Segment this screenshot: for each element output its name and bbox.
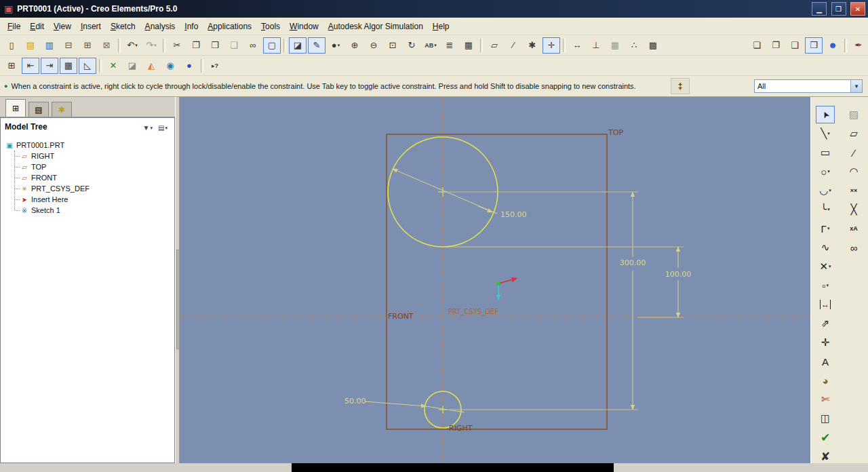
tree-item-top[interactable]: ▱TOP <box>10 161 174 172</box>
shade-closed-loops-icon[interactable]: ▩ <box>644 37 662 54</box>
undo-icon[interactable]: ↶▾ <box>123 37 141 54</box>
window-activate-icon[interactable]: ❒ <box>805 37 823 54</box>
flyout-arrow-icon[interactable]: ▾ <box>827 131 830 136</box>
flyout-arrow-icon[interactable]: ▾ <box>829 264 831 269</box>
conic-tool-icon[interactable]: ◠ <box>844 163 863 180</box>
grid-settings-icon[interactable]: ▦ <box>60 58 77 74</box>
graphics-area[interactable]: 150.00 300.00 100.00 50.00 TOP FRONT RIG… <box>180 97 810 463</box>
saved-views-icon[interactable]: AB▾ <box>422 37 439 54</box>
layers-icon[interactable]: ≣ <box>441 37 458 54</box>
dimension-tool-icon[interactable]: ↔ <box>816 296 835 313</box>
dim-150-leader[interactable] <box>393 169 497 214</box>
render-scene-icon[interactable]: ● <box>180 58 198 74</box>
text-tool-icon[interactable]: A <box>816 353 835 370</box>
tree-item-insert-here[interactable]: ➤Insert Here <box>10 194 174 205</box>
menu-edit[interactable]: Edit <box>25 20 49 33</box>
menu-autodesk-algor-simulation[interactable]: Autodesk Algor Simulation <box>323 20 428 33</box>
sketcher-diagnostics-icon[interactable]: ✒ <box>850 37 867 54</box>
mirror-tool-icon[interactable]: ◫ <box>816 410 835 427</box>
user-session-icon[interactable]: ☻ <box>824 37 842 54</box>
dim-100-value[interactable]: 100.00 <box>665 270 692 279</box>
datum-csys-icon[interactable]: ✛ <box>542 37 560 54</box>
menu-tools[interactable]: Tools <box>256 20 285 33</box>
zoom-out-icon[interactable]: ⊖ <box>365 37 382 54</box>
flyout-arrow-icon[interactable]: ▾ <box>338 43 340 48</box>
datum-axes-icon[interactable]: ∕ <box>505 37 522 54</box>
menu-window[interactable]: Window <box>285 20 323 33</box>
line-tool-icon[interactable]: ╲▾ <box>816 125 835 142</box>
print-icon[interactable]: ⊟ <box>60 37 77 54</box>
print-preview-icon[interactable]: ⊞ <box>79 37 96 54</box>
slanted-line-tool-icon[interactable]: ∕ <box>844 144 863 161</box>
fillet-tool-icon[interactable]: ╰▾ <box>816 201 835 218</box>
disp-dimensions-icon[interactable]: ↔ <box>568 37 586 54</box>
rectangle-tool-icon[interactable]: ▭ <box>816 144 835 161</box>
model-tree-toggle-icon[interactable]: ⊞ <box>3 58 20 74</box>
arc-tool-icon[interactable]: ◡▾ <box>816 182 835 199</box>
done-button-icon[interactable]: ✔ <box>816 429 835 446</box>
menu-info[interactable]: Info <box>180 20 203 33</box>
tree-item-right[interactable]: ▱RIGHT <box>10 151 174 161</box>
minimize-button[interactable]: ▁ <box>812 2 827 16</box>
sketch-view-icon[interactable]: ◪ <box>289 37 307 54</box>
window-cascade-icon[interactable]: ❏ <box>748 37 766 54</box>
csys-origin-icon[interactable] <box>497 282 500 286</box>
modify-tool-icon[interactable]: ⇗ <box>816 315 835 332</box>
spline-tool-icon[interactable]: ∿ <box>816 239 835 256</box>
menu-help[interactable]: Help <box>428 20 454 33</box>
paste-icon[interactable]: ❒ <box>206 37 224 54</box>
chamfer-tool-icon[interactable]: Γ▾ <box>816 220 835 237</box>
flyout-arrow-icon[interactable]: ▾ <box>827 226 830 231</box>
window-tile-icon[interactable]: ❐ <box>767 37 785 54</box>
flyout-arrow-icon[interactable]: ▾ <box>826 283 829 288</box>
sketch-setup-icon[interactable]: ✎ <box>308 37 326 54</box>
flyout-arrow-icon[interactable]: ▾ <box>829 188 831 193</box>
dim-300-value[interactable]: 300.00 <box>620 258 646 267</box>
redo-icon[interactable]: ↷▾ <box>142 37 160 54</box>
menu-view[interactable]: View <box>49 20 76 33</box>
dim-150-value[interactable]: 150.00 <box>500 210 527 219</box>
menu-sketch[interactable]: Sketch <box>106 20 140 33</box>
zoom-in-icon[interactable]: ⊕ <box>346 37 363 54</box>
circle-tool-icon[interactable]: ○▾ <box>816 163 835 180</box>
copy-icon[interactable]: ❐ <box>187 37 205 54</box>
tree-item-front[interactable]: ▱FRONT <box>10 172 174 183</box>
flyout-arrow-icon[interactable]: ▾ <box>434 43 437 48</box>
tree-filter-icon[interactable]: ▼▾ <box>140 123 155 133</box>
cut-icon[interactable]: ✂ <box>168 37 186 54</box>
render-settings-icon[interactable]: ◉ <box>161 58 179 74</box>
find-icon[interactable]: ∞ <box>244 37 262 54</box>
context-help-icon[interactable]: ▸? <box>206 58 224 74</box>
select-tool-icon[interactable]: ➤ <box>816 106 835 123</box>
datum-planes-icon[interactable]: ▱ <box>486 37 503 54</box>
favorites-tab[interactable]: ✱ <box>52 102 72 117</box>
flyout-arrow-icon[interactable]: ▾ <box>165 125 167 131</box>
tree-settings-icon[interactable]: ▤▾ <box>155 123 170 133</box>
dim-50-value[interactable]: 50.00 <box>344 397 366 406</box>
new-file-icon[interactable]: ▯ <box>3 37 20 54</box>
panel-splitter[interactable] <box>175 97 180 463</box>
window-close-icon[interactable]: ❑ <box>786 37 804 54</box>
tree-item-prt-csys-def[interactable]: ✳PRT_CSYS_DEF <box>10 183 174 194</box>
maximize-button[interactable]: ❐ <box>831 2 846 16</box>
appearance-gallery-icon[interactable]: ◭ <box>142 58 160 74</box>
flyout-arrow-icon[interactable]: ▾ <box>827 169 830 174</box>
folder-browser-tab[interactable]: ▤ <box>28 102 49 117</box>
use-edge-tool-icon[interactable]: ∞ <box>844 239 863 256</box>
filter-dropdown[interactable]: All ▾ <box>754 79 863 93</box>
menu-file[interactable]: File <box>3 20 25 33</box>
close-button[interactable]: ✕ <box>850 2 865 16</box>
open-file-icon[interactable]: ▤ <box>22 37 39 54</box>
construction-toggle-icon[interactable]: ▨ <box>844 106 863 123</box>
flyout-arrow-icon[interactable]: ▾ <box>135 43 138 48</box>
select-box-icon[interactable]: ▢ <box>263 37 281 54</box>
tree-item-prt0001[interactable]: ▣PRT0001.PRT <box>5 140 174 151</box>
publish-icon[interactable]: ⊠ <box>98 37 115 54</box>
point-tool-icon[interactable]: ✕▾ <box>816 258 835 275</box>
disp-grid-icon[interactable]: ▦ <box>606 37 624 54</box>
coordinate-system-tool-icon[interactable]: ▫▾ <box>816 277 835 294</box>
dim-50-leader[interactable] <box>365 401 426 406</box>
model-tree-tab[interactable]: ⊞ <box>5 99 26 117</box>
message-log-icon[interactable]: ‡ <box>671 78 690 94</box>
snap-horizontal-icon[interactable]: ⇤ <box>22 58 39 74</box>
